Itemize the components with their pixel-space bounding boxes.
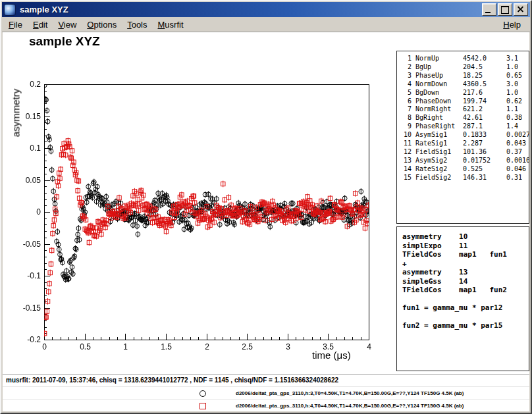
param-row: 12FieldSig1101.360.37: [401, 148, 529, 157]
canvas-area: sample XYZ asymmetry time (μs) 1NormUp45…: [3, 32, 529, 411]
param-row: 14RateSig20.5250.046: [401, 165, 529, 174]
app-icon[interactable]: [4, 4, 16, 16]
menu-edit[interactable]: Edit: [28, 18, 53, 32]
param-row: 6PhaseDown199.740.62: [401, 97, 529, 106]
parameter-table: 1NormUp4542.03.12BgUp204.51.03PhaseUp18.…: [396, 51, 529, 224]
param-row: 4NormDown4360.53.0: [401, 80, 529, 89]
param-row: 1NormUp4542.03.1: [401, 55, 529, 63]
menu-view[interactable]: View: [53, 18, 82, 32]
plot-canvas[interactable]: [3, 32, 398, 375]
fit-status-text: musrfit: 2011-07-09, 15:37:46, chisq = 1…: [6, 376, 338, 384]
page-title: sample XYZ: [29, 34, 100, 49]
legend-row: d2006/deltat_pta_gps_3110,h:3,T0=4.50K,T…: [3, 386, 529, 399]
parameter-rows: 1NormUp4542.03.12BgUp204.51.03PhaseUp18.…: [401, 55, 529, 182]
menu-options[interactable]: Options: [82, 18, 122, 32]
close-button[interactable]: [514, 3, 528, 16]
square-marker-icon: [200, 403, 206, 409]
legend: d2006/deltat_pta_gps_3110,h:3,T0=4.50K,T…: [3, 386, 529, 411]
theory-text: asymmetry 10 simplExpo 11 TFieldCos map1…: [402, 232, 529, 330]
status-legend-strip: musrfit: 2011-07-09, 15:37:46, chisq = 1…: [3, 374, 529, 411]
param-row: 15FieldSig2146.310.31: [401, 174, 529, 182]
minimize-icon: [485, 12, 491, 13]
param-row: 3PhaseUp18.250.65: [401, 72, 529, 80]
y-axis-label: asymmetry: [11, 84, 22, 143]
menu-bar: FileEditViewOptionsToolsMusrfit Help: [2, 17, 530, 32]
legend-label: d2006/deltat_pta_gps_3110,h:4,T0=4.50K,T…: [236, 403, 464, 409]
param-row: 8BgRight42.610.38: [401, 114, 529, 122]
param-row: 7NormRight621.21.1: [401, 105, 529, 114]
minimize-button[interactable]: [482, 3, 496, 16]
param-row: 10AsymSig10.18330.0027: [401, 131, 529, 140]
param-row: 5BgDown217.61.0: [401, 89, 529, 97]
window-title: sample XYZ: [20, 5, 481, 14]
menu-help[interactable]: Help: [498, 18, 526, 32]
title-bar[interactable]: sample XYZ: [2, 2, 530, 17]
param-row: 2BgUp204.51.0: [401, 63, 529, 72]
menu-right-group: Help: [498, 18, 530, 32]
theory-panel: asymmetry 10 simplExpo 11 TFieldCos map1…: [396, 226, 529, 371]
app-window: sample XYZ FileEditViewOptionsToolsMusrf…: [0, 0, 532, 414]
menu-tools[interactable]: Tools: [122, 18, 152, 32]
circle-marker-icon: [200, 390, 206, 397]
legend-row: d2006/deltat_pta_gps_3110,h:4,T0=4.50K,T…: [3, 399, 529, 411]
param-row: 9PhaseRight287.11.4: [401, 122, 529, 131]
maximize-icon: [501, 6, 509, 14]
menu-left-group: FileEditViewOptionsToolsMusrfit: [3, 18, 189, 32]
legend-label: d2006/deltat_pta_gps_3110,h:3,T0=4.50K,T…: [236, 390, 464, 396]
x-axis-label: time (μs): [312, 349, 351, 361]
param-row: 11RateSig12.2870.043: [401, 140, 529, 148]
menu-file[interactable]: File: [3, 18, 28, 32]
menu-musrfit[interactable]: Musrfit: [153, 18, 189, 32]
param-row: 13AsymSig20.017520.00101: [401, 157, 529, 165]
maximize-button[interactable]: [498, 3, 512, 16]
